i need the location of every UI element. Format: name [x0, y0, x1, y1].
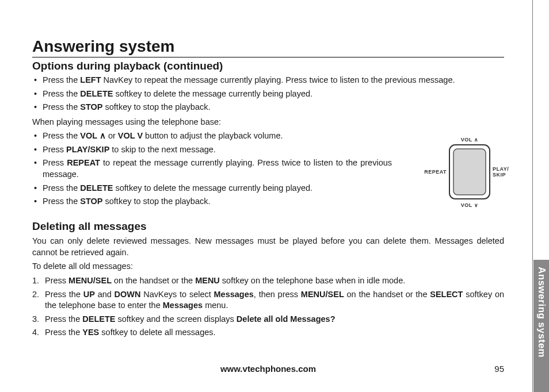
diagram-label-right-2: SKIP	[493, 172, 506, 178]
diagram-label-top: VOL ∧	[461, 137, 478, 143]
side-tab: Answering system	[533, 260, 549, 392]
options-list-2: Press the VOL ∧ or VOL V button to adjus…	[32, 130, 392, 207]
diagram-label-bottom: VOL ∨	[461, 202, 478, 208]
section-title-deleting: Deleting all messages	[32, 219, 504, 234]
page-number: 95	[494, 364, 504, 374]
bullet-item: Press REPEAT to repeat the message curre…	[32, 157, 392, 180]
step-item: Press MENU/SEL on the handset or the MEN…	[32, 275, 504, 287]
step-item: Press the YES softkey to delete all mess…	[32, 327, 504, 339]
delete-steps: Press MENU/SEL on the handset or the MEN…	[32, 275, 504, 339]
delete-lead: To delete all old messages:	[32, 261, 504, 272]
page-title: Answering system	[32, 37, 504, 57]
svg-rect-1	[453, 149, 486, 195]
page: Answering system Options during playback…	[0, 0, 549, 392]
navkey-diagram: VOL ∧ VOL ∨ REPEAT PLAY/ SKIP	[424, 134, 516, 209]
footer-url: www.vtechphones.com	[220, 364, 316, 374]
bullet-item: Press the DELETE softkey to delete the m…	[32, 183, 392, 194]
section-title-options: Options during playback (continued)	[32, 60, 504, 72]
right-rule	[532, 0, 533, 392]
diagram-label-left: REPEAT	[424, 169, 447, 175]
bullet-item: Press the STOP softkey to stop the playb…	[32, 102, 504, 113]
step-item: Press the UP and DOWN NavKeys to select …	[32, 289, 504, 312]
options-list-1: Press the LEFT NavKey to repeat the mess…	[32, 75, 504, 113]
footer: www.vtechphones.com 95	[32, 364, 504, 374]
bullet-item: Press the DELETE softkey to delete the m…	[32, 89, 504, 100]
bullet-item: Press PLAY/SKIP to skip to the next mess…	[32, 144, 392, 156]
diagram-label-right-1: PLAY/	[493, 166, 509, 172]
bullet-item: Press the LEFT NavKey to repeat the mess…	[32, 75, 504, 86]
step-item: Press the DELETE softkey and the screen …	[32, 314, 504, 325]
bullet-item: Press the VOL ∧ or VOL V button to adjus…	[32, 130, 392, 142]
base-intro: When playing messages using the telephon…	[32, 117, 504, 128]
bullet-item: Press the STOP softkey to stop the playb…	[32, 196, 392, 207]
delete-intro: You can only delete reviewed messages. N…	[32, 236, 504, 258]
